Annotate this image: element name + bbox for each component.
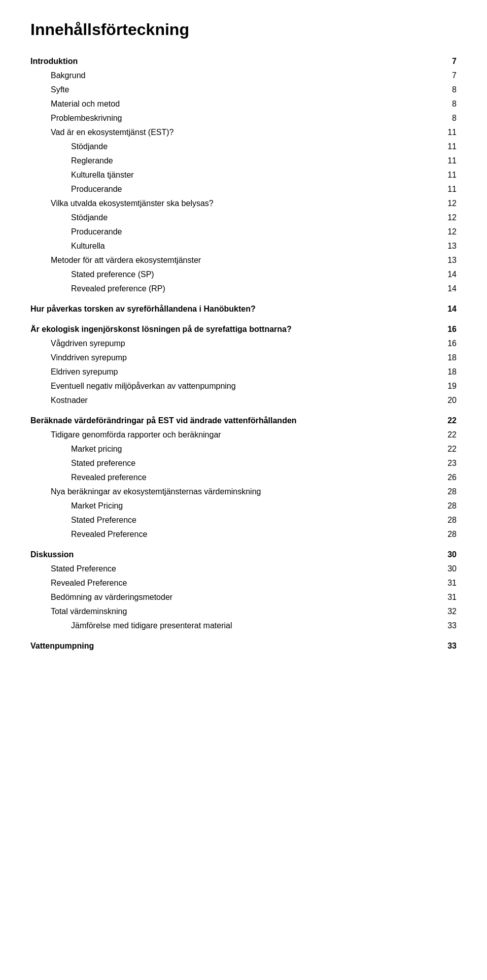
toc-entry-text: Stated preference [71,457,436,469]
toc-entry: Eventuell negativ miljöpåverkan av vatte… [51,380,457,392]
toc-entry: Stated preference23 [71,457,457,469]
toc-entry-page: 33 [436,620,457,632]
toc-entry-text: Stated preference (SP) [71,268,436,281]
toc-entry: Bakgrund7 [51,70,457,82]
toc-entry: Producerande12 [71,226,457,238]
toc-entry-page: 13 [436,254,457,266]
toc-entry-page: 13 [436,240,457,252]
toc-entry: Introduktion7 [30,55,457,67]
toc-entry-page: 19 [436,380,457,392]
toc-entry-page: 8 [436,84,457,96]
toc-entry-page: 18 [436,352,457,364]
toc-entry-text: Producerande [71,183,436,195]
toc-entry-text: Syfte [51,84,436,96]
toc-entry: Material och metod8 [51,98,457,110]
toc-entry: Problembeskrivning8 [51,112,457,124]
toc-entry-page: 20 [436,394,457,407]
toc-entry-text: Revealed Preference [51,577,436,589]
toc-entry: Revealed preference (RP)14 [71,283,457,295]
toc-entry-page: 18 [436,366,457,378]
toc-entry: Vad är en ekosystemtjänst (EST)?11 [51,126,457,139]
toc-entry: Market pricing22 [71,443,457,455]
toc-entry: Vågdriven syrepump16 [51,337,457,350]
toc-entry: Producerande11 [71,183,457,195]
toc-entry-page: 11 [436,169,457,181]
toc-entry-text: Vad är en ekosystemtjänst (EST)? [51,126,436,139]
toc-entry-page: 33 [436,640,457,652]
toc-entry-page: 28 [436,528,457,540]
toc-entry-page: 30 [436,549,457,561]
toc-entry-text: Revealed preference [71,471,436,484]
toc-entry: Är ekologisk ingenjörskonst lösningen på… [30,323,457,335]
toc-entry: Stated Preference28 [71,514,457,526]
toc-entry: Bedömning av värderingsmetoder31 [51,591,457,603]
toc-entry-page: 12 [436,226,457,238]
toc-entry-text: Beräknade värdeförändringar på EST vid ä… [30,415,436,427]
toc-entry: Market Pricing28 [71,500,457,512]
toc-entry-text: Hur påverkas torsken av syreförhållanden… [30,303,436,315]
toc-entry-text: Revealed Preference [71,528,436,540]
toc-entry: Stated Preference30 [51,563,457,575]
toc-entry-page: 16 [436,337,457,350]
toc-entry-page: 16 [436,323,457,335]
toc-entry-page: 8 [436,98,457,110]
toc-entry-page: 14 [436,268,457,281]
toc-entry: Tidigare genomförda rapporter och beräkn… [51,429,457,441]
toc-entry: Kostnader20 [51,394,457,407]
toc-entry: Diskussion30 [30,549,457,561]
toc-entry-text: Vågdriven syrepump [51,337,436,350]
toc-entry-text: Producerande [71,226,436,238]
toc-entry-page: 7 [436,55,457,67]
toc-entry-text: Introduktion [30,55,436,67]
toc-entry-text: Material och metod [51,98,436,110]
toc-entry: Revealed Preference31 [51,577,457,589]
toc-entry: Metoder för att värdera ekosystemtjänste… [51,254,457,266]
toc-entry: Total värdeminskning32 [51,605,457,618]
toc-entry: Reglerande11 [71,155,457,167]
toc-entry-page: 8 [436,112,457,124]
toc-entry: Vinddriven syrepump18 [51,352,457,364]
toc-entry-page: 11 [436,155,457,167]
toc-entry-page: 26 [436,471,457,484]
toc-entry-text: Bakgrund [51,70,436,82]
toc-entry-text: Reglerande [71,155,436,167]
toc-entry-page: 28 [436,514,457,526]
toc-entry-page: 11 [436,126,457,139]
toc-entry-text: Market Pricing [71,500,436,512]
toc-entry: Stated preference (SP)14 [71,268,457,281]
toc-entry: Vilka utvalda ekosystemtjänster ska bely… [51,197,457,210]
toc-entry-text: Jämförelse med tidigare presenterat mate… [71,620,436,632]
toc-entry-text: Vinddriven syrepump [51,352,436,364]
toc-entry-page: 22 [436,443,457,455]
toc-entry-text: Kostnader [51,394,436,407]
toc-entry-text: Stated Preference [71,514,436,526]
toc-entry-page: 12 [436,212,457,224]
toc-entry-text: Vattenpumpning [30,640,436,652]
toc-entry-text: Market pricing [71,443,436,455]
toc-entry-text: Tidigare genomförda rapporter och beräkn… [51,429,436,441]
page-title: Innehållsförteckning [30,20,457,39]
toc-entry-page: 11 [436,183,457,195]
toc-entry-page: 28 [436,500,457,512]
toc-entry-text: Stödjande [71,141,436,153]
toc-entry-page: 32 [436,605,457,618]
toc-entry-page: 31 [436,577,457,589]
toc-entry-text: Är ekologisk ingenjörskonst lösningen på… [30,323,436,335]
toc-entry-text: Problembeskrivning [51,112,436,124]
toc-entry: Kulturella tjänster11 [71,169,457,181]
toc-entry-page: 12 [436,197,457,210]
toc-entry: Stödjande11 [71,141,457,153]
toc-entry-page: 14 [436,303,457,315]
toc-entry: Eldriven syrepump18 [51,366,457,378]
toc-entry-text: Metoder för att värdera ekosystemtjänste… [51,254,436,266]
toc-entry-text: Stödjande [71,212,436,224]
toc-entry-page: 7 [436,70,457,82]
toc-entry: Nya beräkningar av ekosystemtjänsternas … [51,486,457,498]
toc-entry-page: 28 [436,486,457,498]
toc-entry-text: Eldriven syrepump [51,366,436,378]
toc-entry-page: 22 [436,429,457,441]
toc-entry-page: 30 [436,563,457,575]
toc-entry-text: Nya beräkningar av ekosystemtjänsternas … [51,486,436,498]
toc-entry: Syfte8 [51,84,457,96]
toc-entry: Vattenpumpning33 [30,640,457,652]
